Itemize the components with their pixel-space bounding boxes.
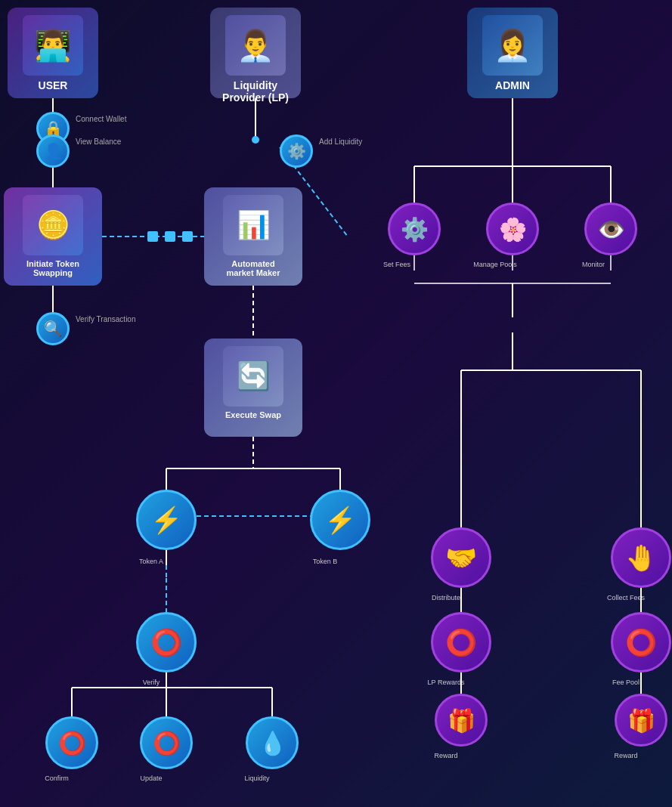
verify-node: ⭕ xyxy=(136,612,197,672)
right-circle-node-2-label: Fee Pool xyxy=(592,679,660,686)
admin-node-1-label: Set Fees xyxy=(370,261,423,268)
initiate-swap-label: Initiate Token Swapping xyxy=(11,259,94,277)
amm-card: 📊 Automatedmarket Maker xyxy=(204,187,302,286)
execute-swap-card: 🔄 Execute Swap xyxy=(204,339,302,437)
swap-node-right-label: Token B xyxy=(291,558,359,565)
svg-rect-12 xyxy=(165,231,175,242)
swap-node-left-label: Token A xyxy=(117,558,185,565)
execute-label: Execute Swap xyxy=(212,410,295,419)
initiate-swap-card: 🪙 Initiate Token Swapping xyxy=(4,187,102,286)
right-gift-node-1-label: Reward xyxy=(420,752,472,759)
diagram-container: 👨‍💻 USER 👨‍💼 LiquidityProvider (LP) 👩‍💼 … xyxy=(0,0,672,807)
bottom-node-2: ⭕ xyxy=(140,716,193,769)
admin-avatar: 👩‍💼 xyxy=(482,15,543,76)
lp-circle-node: ⚙️ xyxy=(280,134,313,168)
amm-label: Automatedmarket Maker xyxy=(212,259,295,277)
actor-user: 👨‍💻 USER xyxy=(8,8,98,98)
right-hand-node-1-label: Distribute xyxy=(412,594,480,601)
verify-node-label: Verify xyxy=(117,679,185,686)
lp-label: LiquidityProvider (LP) xyxy=(218,79,293,104)
bottom-node-1-label: Confirm xyxy=(30,775,83,782)
user-label: USER xyxy=(15,79,91,91)
right-gift-node-2: 🎁 xyxy=(615,694,667,747)
user-avatar: 👨‍💻 xyxy=(23,15,83,76)
right-circle-node-1: ⭕ xyxy=(431,612,491,672)
initiate-swap-image: 🪙 xyxy=(23,195,83,255)
admin-node-2-label: Manage Pools xyxy=(469,261,522,268)
admin-label: ADMIN xyxy=(475,79,550,91)
amm-image: 📊 xyxy=(223,195,283,255)
execute-image: 🔄 xyxy=(223,346,283,407)
user-verify-node: 🔍 xyxy=(36,312,70,345)
svg-point-8 xyxy=(252,136,259,144)
actor-admin: 👩‍💼 ADMIN xyxy=(467,8,558,98)
swap-node-left: ⚡ xyxy=(136,490,197,550)
right-circle-node-2: ⭕ xyxy=(611,612,671,672)
svg-rect-13 xyxy=(182,231,193,242)
right-hand-node-1: 🤝 xyxy=(431,527,491,588)
bottom-node-3-label: Liquidity xyxy=(231,775,283,782)
actor-lp: 👨‍💼 LiquidityProvider (LP) xyxy=(210,8,301,98)
bottom-node-1: ⭕ xyxy=(45,716,98,769)
admin-node-3-label: Monitor xyxy=(567,261,620,268)
bottom-node-3: 💧 xyxy=(246,716,299,769)
right-gift-node-1: 🎁 xyxy=(435,694,488,747)
user-profile-label: View Balance xyxy=(76,138,121,146)
admin-node-1: ⚙️ xyxy=(388,203,441,255)
swap-node-right: ⚡ xyxy=(310,490,370,550)
user-lock-label: Connect Wallet xyxy=(76,115,126,123)
admin-node-2: 🌸 xyxy=(486,203,539,255)
user-verify-label: Verify Transaction xyxy=(76,315,135,323)
lp-circle-label: Add Liquidity xyxy=(319,138,362,146)
user-profile-node: 👤 xyxy=(36,134,70,168)
svg-rect-11 xyxy=(147,231,158,242)
right-circle-node-1-label: LP Rewards xyxy=(412,679,480,686)
admin-node-3: 👁️ xyxy=(584,203,637,255)
right-hand-node-2-label: Collect Fees xyxy=(592,594,660,601)
lp-avatar: 👨‍💼 xyxy=(225,15,286,76)
right-hand-node-2: 🤚 xyxy=(611,527,671,588)
bottom-node-2-label: Update xyxy=(125,775,178,782)
right-gift-node-2-label: Reward xyxy=(599,752,652,759)
